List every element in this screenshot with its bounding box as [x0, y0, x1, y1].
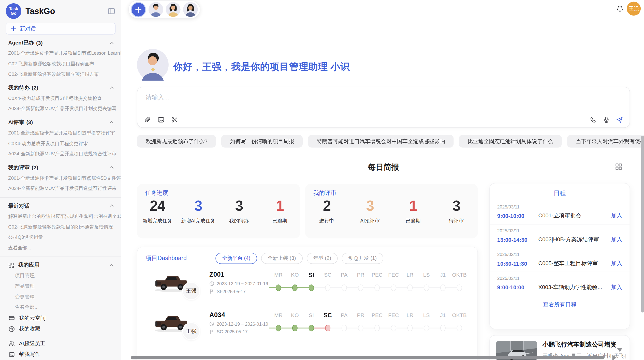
clock-icon: [209, 321, 214, 326]
sidebar-section-header-3[interactable]: 我的评审(2): [0, 162, 121, 173]
write-icon: [9, 351, 15, 357]
project-row-Z001[interactable]: 王强Z0012023-12-19 ~ 2027-01-19SI-2025-05-…: [137, 264, 477, 304]
chat-input[interactable]: [145, 94, 557, 101]
user-avatar[interactable]: 王强: [627, 2, 641, 16]
join-link[interactable]: 加入: [611, 236, 622, 243]
milestone-label-LS: LS: [423, 272, 430, 278]
suggestion-chip[interactable]: 欧洲新规最近颁布了什么?: [137, 135, 216, 147]
join-link[interactable]: 加入: [611, 284, 622, 291]
chevron-up-icon[interactable]: [109, 263, 114, 268]
join-link[interactable]: 加入: [611, 260, 622, 267]
owner-badge: 王强: [182, 322, 200, 340]
stat-label: AI预评审: [348, 217, 392, 224]
sidebar-tool-帮我写作[interactable]: 帮我写作: [0, 349, 121, 360]
sidebar-section-header-2[interactable]: AI评审(3): [0, 117, 121, 128]
app-title: TaskGo: [25, 6, 55, 16]
sidebar-item[interactable]: Z001-全新燃油皮卡产品开发项目SI节点Lesson Learn报告: [0, 48, 121, 58]
project-row-A034[interactable]: 王强A0342023-12-19 ~ 2026-01-19SC-2025-05-…: [137, 304, 477, 344]
dashboard-header: 项目Dashboard 全新平台 (4)全新上装 (3)年型 (2)动总开发 (…: [137, 247, 477, 264]
milestone-label-SC: SC: [324, 272, 331, 278]
view-all-schedule-link[interactable]: 查看所有日程: [490, 301, 630, 308]
suggestion-chips: 欧洲新规最近颁布了什么?如何写一份清晰的项目周报特朗普可能对进口汽车增税会对中国…: [137, 135, 644, 147]
people-icon: [9, 341, 15, 347]
section-count: (2): [32, 164, 38, 171]
scroll-right-arrow-icon[interactable]: [612, 355, 617, 360]
session-avatar-2[interactable]: [166, 2, 181, 17]
sidebar-item[interactable]: Z001-全新燃油轻卡产品开发项目SI节点属性5D文件评审: [0, 173, 121, 183]
sidebar-link-我的云空间[interactable]: 我的云空间: [0, 313, 121, 324]
join-link[interactable]: 加入: [611, 212, 622, 219]
filter-chip[interactable]: 年型 (2): [306, 253, 338, 264]
suggestion-chip[interactable]: 如何写一份清晰的项目周报: [221, 135, 303, 147]
add-session-button[interactable]: [131, 2, 146, 17]
chevron-up-icon[interactable]: [109, 40, 114, 46]
filter-chip[interactable]: 全新上装 (3): [261, 253, 302, 264]
sidebar-item[interactable]: Z001-全新燃油轻卡产品开发项目SI造型提交物评审: [0, 128, 121, 138]
collapse-sidebar-icon[interactable]: [108, 7, 115, 15]
recent-chat-item[interactable]: 解释最新出台的欧盟报废车法规再生塑料比例被调至15%...: [0, 211, 121, 222]
sidebar-item[interactable]: A034-全新新能源MUV产品开发项目计划变更表编写: [0, 104, 121, 114]
stat-value: 3: [218, 198, 259, 214]
chevron-up-icon[interactable]: [109, 85, 114, 91]
sidebar-item[interactable]: C02-飞腾新能源轻客改款项目里程碑画布: [0, 59, 121, 69]
view-all-chats-link[interactable]: 查看全部...: [0, 243, 121, 253]
recent-chats: 最近对话解释最新出台的欧盟报废车法规再生塑料比例被调至15%...C02-飞腾新…: [0, 201, 121, 253]
my-apps-header[interactable]: 我的应用: [0, 260, 121, 271]
filter-chip[interactable]: 全新平台 (4): [215, 253, 257, 264]
stat-value: 1: [391, 198, 435, 214]
schedule-event[interactable]: 2025/03/119:00-10:00X003-车辆动力学性能验...加入: [490, 272, 630, 295]
phone-icon[interactable]: [590, 116, 597, 123]
filter-chip[interactable]: 动总开发 (1): [342, 253, 383, 264]
sidebar-item[interactable]: C02-飞腾新能源轻客改款项目立项汇报方案: [0, 69, 121, 80]
microphone-icon[interactable]: [603, 116, 610, 123]
schedule-event[interactable]: 2025/03/1110:30-11:30C005-整车工程目标评审加入: [490, 248, 630, 272]
suggestion-chip[interactable]: 当下年轻人对汽车外观有怎样的喜好趋势: [567, 135, 644, 147]
view-all-apps-link[interactable]: 查看全部...: [0, 302, 121, 313]
suggestion-chip[interactable]: 特朗普可能对进口汽车增税会对中国车企造成哪些影响: [308, 135, 453, 147]
chevron-up-icon[interactable]: [109, 203, 114, 208]
chevron-up-icon[interactable]: [109, 120, 114, 125]
scroll-down-arrow-icon[interactable]: [617, 348, 623, 352]
section-title: AI评审: [8, 119, 24, 126]
scissors-icon[interactable]: [171, 116, 178, 123]
session-avatar-3[interactable]: [183, 2, 198, 17]
recent-chats-header[interactable]: 最近对话: [0, 201, 121, 211]
schedule-event[interactable]: 2025/03/119:00-10:00C001-立项审批会加入: [490, 201, 630, 224]
sidebar-item[interactable]: C0X4-动力总成开发项目SI里程碑提交物检查: [0, 93, 121, 104]
vertical-scrollbar-thumb[interactable]: [641, 136, 644, 312]
sidebar-link-我的收藏[interactable]: 我的收藏: [0, 324, 121, 335]
schedule-event[interactable]: 2025/03/1113:00-14:30C003|H0B-方案冻结评审加入: [490, 224, 630, 248]
chevron-up-icon[interactable]: [109, 165, 114, 170]
stat-value: 24: [137, 198, 178, 214]
session-avatars: [149, 2, 198, 17]
sidebar-item[interactable]: A034-全新新能源MUV产品开发项目法规符合性评审: [0, 149, 121, 159]
recent-chat-item[interactable]: 公司Q3轻卡销量: [0, 232, 121, 243]
app-item[interactable]: 变更管理: [0, 292, 121, 302]
recent-chat-item[interactable]: C02-飞腾新能源轻客改款项目的闭环通告反馈情况: [0, 222, 121, 232]
tool-label: AI超级员工: [19, 340, 45, 347]
horizontal-scrollbar-thumb[interactable]: [131, 356, 605, 359]
sidebar-item[interactable]: C0X4-动力总成开发项目工程变更评审: [0, 138, 121, 149]
send-icon[interactable]: [616, 116, 623, 123]
sidebar-tool-AI超级员工[interactable]: AI超级员工: [0, 338, 121, 349]
layout-grid-icon[interactable]: [615, 163, 622, 170]
app-item[interactable]: 项目管理: [0, 271, 121, 281]
image-upload-icon[interactable]: [157, 116, 164, 123]
session-avatar-1[interactable]: [149, 2, 163, 17]
milestone-label-LS: LS: [423, 312, 430, 318]
sidebar-item[interactable]: A034-全新新能源MUV产品开发项目造型可行性评审: [0, 184, 121, 194]
attachment-icon[interactable]: [144, 116, 151, 123]
app-item[interactable]: 产品管理: [0, 281, 121, 292]
logo-line1: Task: [9, 7, 18, 11]
flag-icon: [209, 329, 214, 334]
sidebar-section-header-1[interactable]: 我的待办(2): [0, 83, 121, 93]
bell-icon[interactable]: [616, 5, 624, 13]
new-chat-button[interactable]: 新对话: [6, 23, 116, 35]
section-title: 我的评审: [8, 164, 30, 171]
suggestion-chip[interactable]: 比亚迪全固态电池计划具体说了什么: [459, 135, 562, 147]
sidebar-section-header-0[interactable]: Agent已办(3): [0, 37, 121, 48]
section-title: 我的应用: [18, 262, 39, 269]
session-switcher: [128, 1, 200, 19]
milestone-dot-MR: [276, 325, 281, 331]
stat-label: 待评审: [435, 217, 478, 224]
